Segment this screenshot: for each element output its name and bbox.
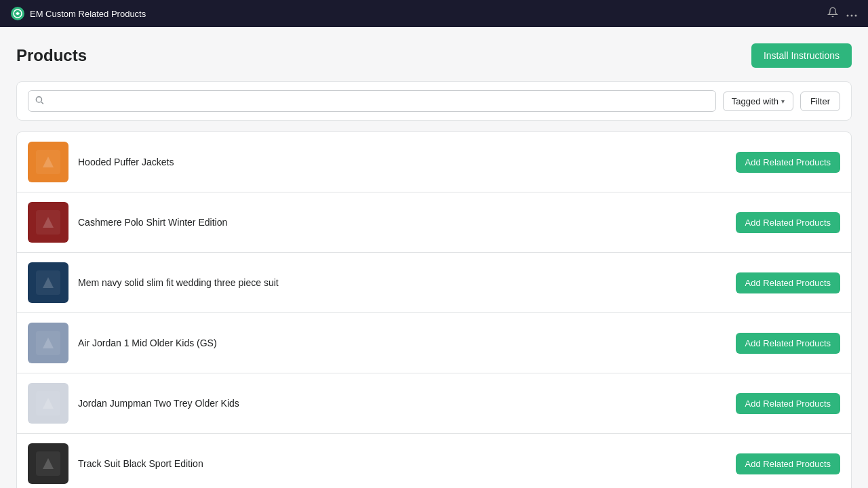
product-thumbnail — [28, 323, 68, 363]
filter-button[interactable]: Filter — [800, 92, 840, 111]
product-thumbnail — [28, 202, 68, 243]
topbar-app-name: EM Custom Related Products — [30, 9, 146, 19]
main-content: Products Install Instructions Tagged wit… — [0, 27, 868, 488]
product-thumbnail — [28, 383, 68, 424]
product-name: Track Suit Black Sport Edition — [78, 458, 726, 469]
product-name: Jordan Jumpman Two Trey Older Kids — [78, 398, 726, 409]
product-row: Cashmere Polo Shirt Winter Edition Add R… — [17, 192, 851, 253]
topbar: EM Custom Related Products — [0, 0, 868, 27]
product-row: Mem navy solid slim fit wedding three pi… — [17, 253, 851, 313]
bell-icon[interactable] — [827, 7, 838, 20]
add-related-products-button-1[interactable]: Add Related Products — [736, 152, 840, 173]
product-name: Air Jordan 1 Mid Older Kids (GS) — [78, 338, 726, 348]
product-row: Jordan Jumpman Two Trey Older Kids Add R… — [17, 373, 851, 434]
add-related-products-button-5[interactable]: Add Related Products — [736, 393, 840, 414]
product-name: Mem navy solid slim fit wedding three pi… — [78, 277, 726, 288]
search-wrapper — [28, 90, 716, 112]
product-row: Hooded Puffer Jackets Add Related Produc… — [17, 132, 851, 192]
add-related-products-button-3[interactable]: Add Related Products — [736, 272, 840, 293]
tagged-with-button[interactable]: Tagged with ▾ — [723, 92, 793, 111]
page-header: Products Install Instructions — [16, 43, 852, 68]
tagged-with-label: Tagged with — [732, 96, 778, 106]
product-row: Track Suit Black Sport Edition Add Relat… — [17, 434, 851, 488]
more-icon[interactable] — [846, 7, 857, 20]
topbar-right — [827, 7, 857, 20]
product-list: Hooded Puffer Jackets Add Related Produc… — [16, 131, 852, 488]
product-name: Hooded Puffer Jackets — [78, 157, 726, 167]
install-instructions-button[interactable]: Install Instructions — [751, 43, 852, 68]
chevron-down-icon: ▾ — [781, 98, 785, 105]
app-icon — [11, 7, 24, 20]
product-row: Air Jordan 1 Mid Older Kids (GS) Add Rel… — [17, 313, 851, 373]
product-thumbnail — [28, 262, 68, 303]
svg-point-1 — [847, 15, 849, 17]
search-input[interactable] — [28, 90, 716, 112]
product-name: Cashmere Polo Shirt Winter Edition — [78, 217, 726, 228]
product-thumbnail — [28, 443, 68, 484]
search-row: Tagged with ▾ Filter — [28, 90, 840, 112]
search-filter-section: Tagged with ▾ Filter — [16, 81, 852, 121]
topbar-left: EM Custom Related Products — [11, 7, 146, 20]
page-title: Products — [16, 46, 87, 65]
product-thumbnail — [28, 142, 68, 182]
svg-point-3 — [855, 15, 857, 17]
add-related-products-button-4[interactable]: Add Related Products — [736, 333, 840, 354]
add-related-products-button-2[interactable]: Add Related Products — [736, 212, 840, 233]
svg-point-2 — [851, 15, 853, 17]
add-related-products-button-6[interactable]: Add Related Products — [736, 453, 840, 474]
